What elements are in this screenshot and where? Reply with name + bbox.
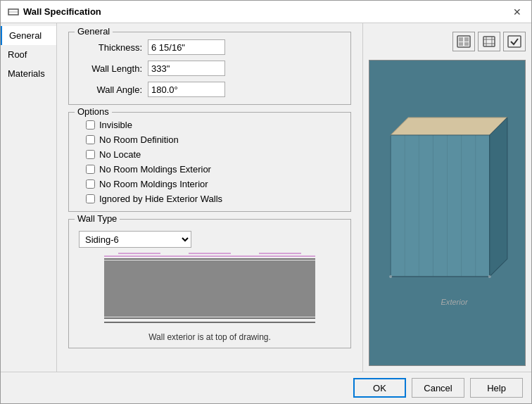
- toolbar-view-button[interactable]: [452, 32, 475, 51]
- wall-angle-label: Wall Angle:: [79, 84, 142, 95]
- wall-type-dropdown-row: Siding-6 Siding-4 Brick Stucco: [79, 231, 341, 248]
- svg-rect-13: [459, 42, 463, 46]
- svg-rect-12: [464, 37, 469, 42]
- svg-point-32: [389, 275, 392, 278]
- general-section: General Thickness: Wall Length: Wall Ang…: [68, 32, 351, 105]
- dialog-title: Wall Specification: [23, 6, 101, 17]
- options-section-label: Options: [75, 106, 112, 117]
- wall-3d-view: Exterior: [369, 61, 525, 365]
- thickness-input[interactable]: [148, 39, 225, 55]
- toolbar-accept-button[interactable]: [503, 32, 526, 51]
- no-room-moldings-exterior-label: No Room Moldings Exterior: [99, 164, 211, 175]
- right-panel: Exterior: [362, 23, 531, 372]
- wall-length-input[interactable]: [148, 61, 225, 76]
- invisible-row: Invisible: [86, 120, 341, 130]
- close-button[interactable]: ✕: [510, 5, 524, 19]
- help-button[interactable]: Help: [470, 378, 523, 398]
- dialog-body: General Roof Materials General Thickness…: [1, 23, 531, 372]
- ignored-by-hide-label: Ignored by Hide Exterior Walls: [99, 194, 222, 204]
- svg-rect-23: [391, 135, 490, 277]
- fit-icon: [482, 35, 496, 48]
- view-icon: [457, 35, 471, 48]
- wall-diagram-svg: [104, 252, 315, 329]
- wall-angle-input[interactable]: [148, 82, 225, 97]
- general-section-label: General: [75, 26, 113, 37]
- no-room-moldings-interior-label: No Room Moldings Interior: [99, 179, 208, 189]
- wall-length-row: Wall Length:: [79, 61, 341, 76]
- wall-3d-svg: Exterior: [369, 61, 525, 365]
- wall-diagram-caption: Wall exterior is at top of drawing.: [79, 332, 341, 342]
- ok-button[interactable]: OK: [353, 378, 406, 398]
- wall-angle-row: Wall Angle:: [79, 82, 341, 97]
- wall-specification-dialog: Wall Specification ✕ General Roof Materi…: [0, 0, 532, 404]
- wall-type-section-label: Wall Type: [75, 213, 120, 224]
- wall-length-label: Wall Length:: [79, 63, 142, 74]
- cancel-button[interactable]: Cancel: [412, 378, 464, 398]
- thickness-row: Thickness:: [79, 39, 341, 55]
- no-locate-row: No Locate: [86, 149, 341, 160]
- sidebar-item-general[interactable]: General: [1, 26, 56, 45]
- dialog-footer: OK Cancel Help: [1, 372, 531, 403]
- no-room-moldings-interior-row: No Room Moldings Interior: [86, 179, 341, 189]
- no-room-definition-label: No Room Definition: [99, 134, 179, 145]
- sidebar: General Roof Materials: [1, 23, 57, 372]
- no-room-moldings-exterior-checkbox[interactable]: [86, 165, 95, 174]
- sidebar-item-roof[interactable]: Roof: [1, 45, 56, 64]
- main-content: General Thickness: Wall Length: Wall Ang…: [57, 23, 362, 372]
- sidebar-item-materials[interactable]: Materials: [1, 64, 56, 83]
- svg-rect-7: [104, 260, 315, 317]
- svg-rect-14: [464, 42, 469, 46]
- invisible-checkbox[interactable]: [86, 120, 95, 130]
- title-bar-left: Wall Specification: [8, 6, 101, 18]
- wall-diagram: [79, 252, 341, 329]
- wall-type-section: Wall Type Siding-6 Siding-4 Brick Stucco: [68, 219, 351, 348]
- no-room-definition-checkbox[interactable]: [86, 135, 95, 144]
- ignored-by-hide-checkbox[interactable]: [86, 194, 95, 203]
- wall-type-dropdown[interactable]: Siding-6 Siding-4 Brick Stucco: [79, 231, 191, 248]
- ignored-by-hide-row: Ignored by Hide Exterior Walls: [86, 194, 341, 204]
- toolbar-fit-button[interactable]: [478, 32, 500, 51]
- svg-rect-11: [459, 37, 463, 42]
- accept-icon: [507, 35, 521, 48]
- options-section: Options Invisible No Room Definition No …: [68, 112, 351, 212]
- svg-rect-20: [508, 36, 521, 47]
- toolbar-row: [369, 29, 526, 54]
- no-room-moldings-exterior-row: No Room Moldings Exterior: [86, 164, 341, 175]
- svg-marker-22: [391, 118, 507, 135]
- thickness-label: Thickness:: [79, 42, 142, 53]
- no-room-definition-row: No Room Definition: [86, 134, 341, 145]
- title-bar: Wall Specification ✕: [1, 1, 531, 23]
- svg-marker-30: [490, 118, 507, 277]
- wall-icon: [8, 6, 19, 18]
- no-locate-label: No Locate: [99, 149, 141, 160]
- svg-rect-15: [483, 37, 495, 46]
- no-locate-checkbox[interactable]: [86, 150, 95, 159]
- svg-point-33: [488, 275, 491, 278]
- preview-area: Exterior: [369, 60, 526, 366]
- no-room-moldings-interior-checkbox[interactable]: [86, 179, 95, 189]
- exterior-label-text: Exterior: [441, 298, 469, 306]
- invisible-label: Invisible: [99, 120, 132, 130]
